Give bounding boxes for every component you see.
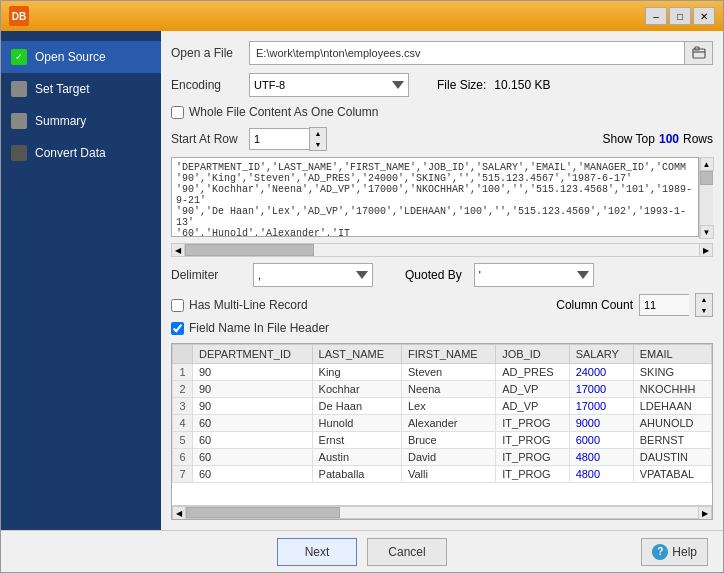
table-scroll-wrapper[interactable]: DEPARTMENT_ID LAST_NAME FIRST_NAME JOB_I… — [172, 344, 712, 505]
table-cell-firstname: Valli — [401, 466, 495, 483]
field-name-row: Field Name In File Header — [171, 321, 713, 335]
table-row: 5 60 Ernst Bruce IT_PROG 6000 BERNST — [173, 432, 712, 449]
multiline-label-text: Has Multi-Line Record — [189, 298, 308, 312]
browse-button[interactable] — [685, 41, 713, 65]
maximize-button[interactable]: □ — [669, 7, 691, 25]
main-content: ✓ Open Source Set Target Summary Convert… — [1, 31, 723, 530]
field-name-checkbox[interactable] — [171, 322, 184, 335]
table-cell-email: LDEHAAN — [633, 398, 711, 415]
col-count-spin-up[interactable]: ▲ — [696, 294, 712, 305]
sidebar-label-open-source: Open Source — [35, 50, 106, 64]
help-button[interactable]: ? Help — [641, 538, 708, 566]
col-header-dept: DEPARTMENT_ID — [193, 345, 313, 364]
sidebar-item-convert-data[interactable]: Convert Data — [1, 137, 161, 169]
table-hscroll-left[interactable]: ◀ — [172, 506, 186, 520]
table-cell-firstname: Neena — [401, 381, 495, 398]
table-cell-dept: 60 — [193, 415, 313, 432]
table-cell-jobid: AD_VP — [496, 381, 569, 398]
app-window: DB – □ ✕ ✓ Open Source Set Target Summar… — [0, 0, 724, 573]
table-cell-salary: 17000 — [569, 381, 633, 398]
field-name-checkbox-label[interactable]: Field Name In File Header — [171, 321, 329, 335]
close-button[interactable]: ✕ — [693, 7, 715, 25]
data-table: DEPARTMENT_ID LAST_NAME FIRST_NAME JOB_I… — [172, 344, 712, 483]
right-panel: Open a File Encoding UTF-8 — [161, 31, 723, 530]
table-cell-dept: 60 — [193, 449, 313, 466]
sidebar-label-set-target: Set Target — [35, 82, 89, 96]
table-cell-rownum: 6 — [173, 449, 193, 466]
col-count-spin-down[interactable]: ▼ — [696, 305, 712, 316]
multiline-checkbox[interactable] — [171, 299, 184, 312]
column-count-input[interactable] — [639, 294, 689, 316]
bottom-bar: Next Cancel ? Help — [1, 530, 723, 572]
open-file-row: Open a File — [171, 41, 713, 65]
sidebar-item-set-target[interactable]: Set Target — [1, 73, 161, 105]
raw-text-area[interactable] — [171, 157, 699, 237]
raw-hscroll-track — [185, 243, 699, 257]
table-cell-jobid: IT_PROG — [496, 415, 569, 432]
sidebar-label-convert-data: Convert Data — [35, 146, 106, 160]
table-row: 3 90 De Haan Lex AD_VP 17000 LDEHAAN — [173, 398, 712, 415]
sidebar-item-open-source[interactable]: ✓ Open Source — [1, 41, 161, 73]
start-at-row-label: Start At Row — [171, 132, 241, 146]
browse-icon — [692, 46, 706, 60]
delimiter-select[interactable]: , — [253, 263, 373, 287]
table-cell-dept: 60 — [193, 432, 313, 449]
table-cell-salary: 6000 — [569, 432, 633, 449]
raw-hscroll-bar: ◀ ▶ — [171, 243, 713, 257]
col-header-lastname: LAST_NAME — [312, 345, 401, 364]
col-header-email: EMAIL — [633, 345, 711, 364]
show-top-label: Show Top — [602, 132, 654, 146]
start-row-input-wrapper: ▲ ▼ — [249, 127, 327, 151]
encoding-row: Encoding UTF-8 File Size: 10.150 KB — [171, 73, 713, 97]
title-bar-left: DB — [9, 6, 29, 26]
table-hscroll-right[interactable]: ▶ — [698, 506, 712, 520]
start-at-row-input[interactable] — [249, 128, 309, 150]
cancel-button[interactable]: Cancel — [367, 538, 447, 566]
minimize-button[interactable]: – — [645, 7, 667, 25]
table-cell-lastname: De Haan — [312, 398, 401, 415]
whole-file-checkbox-label[interactable]: Whole File Content As One Column — [171, 105, 378, 119]
raw-vscroll-down[interactable]: ▼ — [700, 225, 714, 239]
raw-hscroll-right[interactable]: ▶ — [699, 243, 713, 257]
file-size-label: File Size: — [437, 78, 486, 92]
table-cell-dept: 90 — [193, 398, 313, 415]
table-cell-firstname: Lex — [401, 398, 495, 415]
table-cell-rownum: 7 — [173, 466, 193, 483]
table-cell-jobid: AD_PRES — [496, 364, 569, 381]
start-row-spin-down[interactable]: ▼ — [310, 139, 326, 150]
file-path-input[interactable] — [249, 41, 685, 65]
table-cell-salary: 9000 — [569, 415, 633, 432]
raw-vscroll-track — [700, 171, 713, 225]
raw-hscroll-left[interactable]: ◀ — [171, 243, 185, 257]
table-cell-firstname: Alexander — [401, 415, 495, 432]
table-cell-salary: 24000 — [569, 364, 633, 381]
raw-vscroll-up[interactable]: ▲ — [700, 157, 714, 171]
step-indicator-1: ✓ — [11, 49, 27, 65]
help-label: Help — [672, 545, 697, 559]
table-cell-jobid: IT_PROG — [496, 432, 569, 449]
sidebar: ✓ Open Source Set Target Summary Convert… — [1, 31, 161, 530]
encoding-select[interactable]: UTF-8 — [249, 73, 409, 97]
field-name-label-text: Field Name In File Header — [189, 321, 329, 335]
app-icon: DB — [9, 6, 29, 26]
table-cell-rownum: 4 — [173, 415, 193, 432]
whole-file-checkbox[interactable] — [171, 106, 184, 119]
multiline-checkbox-label[interactable]: Has Multi-Line Record — [171, 298, 308, 312]
table-cell-lastname: Austin — [312, 449, 401, 466]
open-file-label: Open a File — [171, 46, 241, 60]
start-row-spin-up[interactable]: ▲ — [310, 128, 326, 139]
sidebar-item-summary[interactable]: Summary — [1, 105, 161, 137]
table-cell-rownum: 3 — [173, 398, 193, 415]
raw-hscroll-thumb — [185, 244, 314, 256]
next-button[interactable]: Next — [277, 538, 357, 566]
data-table-container: DEPARTMENT_ID LAST_NAME FIRST_NAME JOB_I… — [171, 343, 713, 520]
title-bar: DB – □ ✕ — [1, 1, 723, 31]
col-header-rownum — [173, 345, 193, 364]
step-indicator-3 — [11, 113, 27, 129]
quoted-by-select[interactable]: ' — [474, 263, 594, 287]
table-row: 2 90 Kochhar Neena AD_VP 17000 NKOCHHH — [173, 381, 712, 398]
quoted-by-label: Quoted By — [405, 268, 462, 282]
raw-vscroll-thumb — [700, 171, 713, 185]
table-cell-lastname: Pataballa — [312, 466, 401, 483]
table-cell-email: NKOCHHH — [633, 381, 711, 398]
